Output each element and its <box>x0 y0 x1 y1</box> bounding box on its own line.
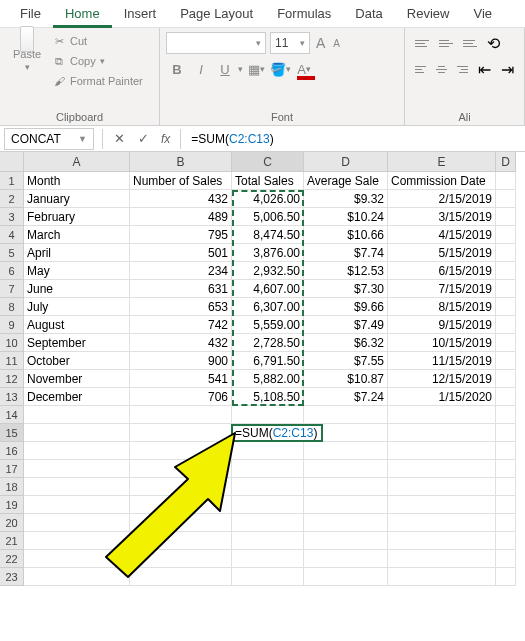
cell[interactable] <box>388 514 496 532</box>
cell[interactable]: 12/15/2019 <box>388 370 496 388</box>
cell[interactable]: $6.32 <box>304 334 388 352</box>
cell[interactable] <box>388 532 496 550</box>
cell[interactable]: 10/15/2019 <box>388 334 496 352</box>
cell[interactable]: 4,026.00 <box>232 190 304 208</box>
decrease-font-button[interactable]: A <box>331 38 342 49</box>
cell[interactable]: 11/15/2019 <box>388 352 496 370</box>
cell[interactable] <box>496 478 516 496</box>
align-top-button[interactable] <box>411 32 433 54</box>
row-header-8[interactable]: 8 <box>0 298 24 316</box>
cell[interactable]: $7.55 <box>304 352 388 370</box>
worksheet-grid[interactable]: A B C D E D 1234567891011121314151617181… <box>0 152 525 632</box>
cell[interactable] <box>496 442 516 460</box>
cell[interactable] <box>388 496 496 514</box>
cell[interactable]: 742 <box>130 316 232 334</box>
cell[interactable]: July <box>24 298 130 316</box>
row-header-17[interactable]: 17 <box>0 460 24 478</box>
cell[interactable] <box>304 496 388 514</box>
cell[interactable] <box>304 460 388 478</box>
cell[interactable]: January <box>24 190 130 208</box>
cell[interactable] <box>388 460 496 478</box>
row-header-4[interactable]: 4 <box>0 226 24 244</box>
cell[interactable]: August <box>24 316 130 334</box>
cell[interactable]: $12.53 <box>304 262 388 280</box>
cell[interactable]: November <box>24 370 130 388</box>
cell[interactable]: 501 <box>130 244 232 262</box>
cell[interactable] <box>304 406 388 424</box>
italic-button[interactable]: I <box>190 58 212 80</box>
row-header-20[interactable]: 20 <box>0 514 24 532</box>
cell[interactable] <box>304 478 388 496</box>
cell[interactable]: 5,108.50 <box>232 388 304 406</box>
cell[interactable]: 2,728.50 <box>232 334 304 352</box>
cell[interactable] <box>24 442 130 460</box>
cell[interactable]: 8,474.50 <box>232 226 304 244</box>
increase-font-button[interactable]: A <box>314 35 327 51</box>
cell[interactable]: 7/15/2019 <box>388 280 496 298</box>
cell[interactable] <box>24 478 130 496</box>
cell[interactable]: 5,006.50 <box>232 208 304 226</box>
cell[interactable] <box>130 568 232 586</box>
cell[interactable]: April <box>24 244 130 262</box>
font-color-button[interactable]: A▾ <box>293 58 315 80</box>
tab-page-layout[interactable]: Page Layout <box>168 0 265 28</box>
cell[interactable] <box>304 514 388 532</box>
cell[interactable]: 6,307.00 <box>232 298 304 316</box>
fx-icon[interactable]: fx <box>155 132 176 146</box>
cell[interactable]: 5,559.00 <box>232 316 304 334</box>
cell[interactable] <box>130 424 232 442</box>
cell[interactable] <box>130 460 232 478</box>
cell[interactable] <box>24 460 130 478</box>
cell[interactable] <box>130 514 232 532</box>
row-header-16[interactable]: 16 <box>0 442 24 460</box>
cell[interactable] <box>232 478 304 496</box>
underline-button[interactable]: U <box>214 58 236 80</box>
row-header-7[interactable]: 7 <box>0 280 24 298</box>
cell[interactable]: $7.49 <box>304 316 388 334</box>
cell[interactable]: 4,607.00 <box>232 280 304 298</box>
row-header-6[interactable]: 6 <box>0 262 24 280</box>
cell[interactable]: 653 <box>130 298 232 316</box>
cell[interactable] <box>232 550 304 568</box>
cell[interactable]: $9.32 <box>304 190 388 208</box>
cell[interactable]: 4/15/2019 <box>388 226 496 244</box>
cell[interactable] <box>496 172 516 190</box>
border-button[interactable]: ▦▾ <box>245 58 267 80</box>
cell[interactable] <box>304 568 388 586</box>
cell[interactable]: 3,876.00 <box>232 244 304 262</box>
align-left-button[interactable] <box>411 58 430 80</box>
cell[interactable] <box>232 496 304 514</box>
cell[interactable] <box>496 550 516 568</box>
cell[interactable] <box>232 460 304 478</box>
cell[interactable] <box>496 334 516 352</box>
row-header-1[interactable]: 1 <box>0 172 24 190</box>
cell[interactable] <box>388 442 496 460</box>
cell[interactable]: 706 <box>130 388 232 406</box>
col-header-e[interactable]: E <box>388 152 496 172</box>
cell[interactable] <box>130 442 232 460</box>
cell[interactable]: 1/15/2020 <box>388 388 496 406</box>
tab-data[interactable]: Data <box>343 0 394 28</box>
cell[interactable] <box>388 478 496 496</box>
cell[interactable]: February <box>24 208 130 226</box>
cell-header[interactable]: Month <box>24 172 130 190</box>
row-header-18[interactable]: 18 <box>0 478 24 496</box>
cell[interactable] <box>24 514 130 532</box>
cell[interactable]: October <box>24 352 130 370</box>
cell[interactable] <box>232 568 304 586</box>
cell[interactable] <box>496 568 516 586</box>
cell[interactable] <box>496 298 516 316</box>
cell[interactable]: $7.24 <box>304 388 388 406</box>
bold-button[interactable]: B <box>166 58 188 80</box>
col-header-a[interactable]: A <box>24 152 130 172</box>
cell[interactable] <box>496 514 516 532</box>
row-header-3[interactable]: 3 <box>0 208 24 226</box>
cell[interactable]: 9/15/2019 <box>388 316 496 334</box>
cell[interactable] <box>496 496 516 514</box>
cell[interactable] <box>496 190 516 208</box>
name-box[interactable]: CONCAT▼ <box>4 128 94 150</box>
row-header-11[interactable]: 11 <box>0 352 24 370</box>
cell[interactable]: 2/15/2019 <box>388 190 496 208</box>
cell[interactable] <box>388 406 496 424</box>
cell[interactable]: $10.87 <box>304 370 388 388</box>
